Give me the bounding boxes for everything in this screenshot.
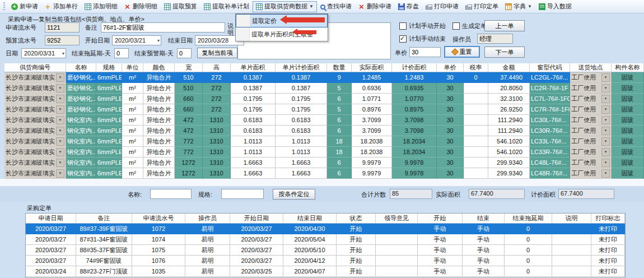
table-cell[interactable]: 钢化室内... [66, 168, 96, 179]
table-cell[interactable] [376, 245, 418, 256]
table-cell[interactable]: 6 [327, 157, 352, 168]
table-cell[interactable]: 6mmPLE... [96, 94, 122, 104]
table-cell[interactable]: 异地合片 [143, 136, 175, 147]
table-cell[interactable]: 1.6663 [231, 168, 276, 179]
table-cell[interactable]: 0.8976 [352, 104, 392, 115]
table-cell[interactable]: 2020/05/04 [283, 234, 337, 245]
table-cell[interactable]: 9.9979 [352, 168, 392, 179]
table-cell[interactable]: LC2GL-76#... [530, 72, 570, 83]
table-cell[interactable]: 开始 [337, 234, 376, 245]
column-header[interactable]: 说明 [552, 214, 591, 224]
table-cell[interactable]: 32.3100 [488, 94, 530, 104]
table-cell[interactable]: m² [122, 83, 143, 94]
table-cell[interactable]: 546.1020 [488, 136, 530, 147]
table-cell[interactable]: 固玻 [612, 115, 644, 126]
table-cell[interactable]: 长沙市潇湘玻璃实...▾ [4, 126, 66, 136]
chevron-down-icon[interactable]: ▾ [56, 105, 64, 114]
table-cell[interactable]: 固玻 [612, 147, 644, 157]
table-cell[interactable]: m² [122, 136, 143, 147]
delay-field[interactable] [114, 48, 129, 58]
manual-start-checkbox[interactable]: 计划手动开始 [399, 22, 446, 30]
table-cell[interactable]: 0.6183 [276, 115, 327, 126]
table-cell[interactable]: 工厂使用▾ [570, 147, 612, 157]
table-cell[interactable]: 1310 [203, 168, 231, 179]
table-cell[interactable]: 2020/03/27 [230, 256, 283, 266]
table-cell[interactable] [464, 168, 488, 179]
table-cell[interactable]: 1.0771 [352, 94, 392, 104]
toolbar-button-extract-supplement-plan[interactable]: 提取补单计划 [200, 1, 253, 12]
table-cell[interactable]: 1.0113 [276, 136, 327, 147]
chevron-down-icon[interactable]: ▾ [56, 159, 64, 167]
table-cell[interactable]: 272 [203, 72, 231, 83]
table-cell[interactable]: 钢化室内... [66, 136, 96, 147]
table-cell[interactable]: 2020/03/25 [230, 266, 283, 277]
table-cell[interactable]: 手动 [463, 224, 505, 234]
table-cell[interactable]: 9.9978 [392, 157, 437, 168]
table-cell[interactable]: 0.1387 [231, 72, 276, 83]
table-cell[interactable] [464, 94, 488, 104]
table-cell[interactable]: 30 [437, 94, 464, 104]
table-cell[interactable]: 0.1795 [231, 104, 276, 115]
date-combo[interactable]: 2020/03/31▾ [21, 48, 66, 58]
table-cell[interactable]: 6mmPLE... [96, 157, 122, 168]
table-cell[interactable]: m² [122, 104, 143, 115]
chevron-down-icon[interactable]: ▾ [601, 159, 610, 167]
table-cell[interactable]: 30 [437, 157, 464, 168]
column-header[interactable]: 状态 [337, 214, 376, 224]
table-cell[interactable]: 长沙市潇湘玻璃实...▾ [4, 94, 66, 104]
table-cell[interactable] [464, 126, 488, 136]
table-cell[interactable]: 异地合片 [143, 126, 175, 136]
chevron-down-icon[interactable]: ▾ [62, 51, 64, 56]
table-cell[interactable]: 18.2038 [352, 136, 392, 147]
table-cell[interactable]: 6 [327, 115, 352, 126]
table-cell[interactable]: 1310 [203, 136, 231, 147]
table-cell[interactable]: 工厂使用▾ [570, 72, 612, 83]
chevron-down-icon[interactable]: ▾ [601, 148, 610, 156]
table-cell[interactable]: 6 [327, 126, 352, 136]
table-cell[interactable]: LC2R-76#-1F [530, 83, 570, 94]
table-cell[interactable]: 易明 [185, 245, 230, 256]
column-header[interactable]: 构件名称 [612, 63, 644, 72]
table-cell[interactable]: 1310 [203, 126, 231, 136]
column-header[interactable]: 实际面积 [352, 63, 392, 72]
table-cell[interactable]: 6mmPLE... [96, 147, 122, 157]
manual-end-checkbox[interactable]: 计划手动结束 [399, 35, 446, 43]
apply-no-field[interactable] [45, 22, 80, 33]
table-cell[interactable]: 87#31-34F窗固玻 [76, 234, 132, 245]
toolbar-button-find-apply[interactable]: 查找申请 [317, 1, 355, 12]
table-cell[interactable]: 长沙市潇湘玻璃实...▾ [4, 157, 66, 168]
table-cell[interactable]: 异地合片 [143, 147, 175, 157]
table-cell[interactable]: 6mmPLE... [96, 168, 122, 179]
column-header[interactable]: 申请日期 [26, 214, 76, 224]
toolbar-button-save[interactable]: 存盘 [395, 1, 422, 12]
table-cell[interactable]: 工厂使用▾ [570, 157, 612, 168]
chevron-down-icon[interactable]: ▾ [56, 95, 64, 103]
spec-filter-input[interactable] [221, 189, 264, 199]
column-header[interactable]: 计价面积 [392, 63, 437, 72]
table-cell[interactable] [464, 157, 488, 168]
table-cell[interactable]: 2020/03/27 [230, 234, 283, 245]
table-cell[interactable] [376, 224, 418, 234]
table-cell[interactable]: 异地合片 [143, 72, 175, 83]
chevron-down-icon[interactable]: ▾ [601, 127, 610, 135]
table-cell[interactable]: 长沙市潇湘玻璃实...▾ [4, 115, 66, 126]
table-cell[interactable]: 37.4490 [488, 72, 530, 83]
table-cell[interactable]: 30 [437, 147, 464, 157]
table-cell[interactable]: 1272 [175, 157, 203, 168]
table-cell[interactable]: 钢化室内... [66, 157, 96, 168]
table-cell[interactable] [552, 234, 591, 245]
table-cell[interactable]: 6mmPLE... [96, 72, 122, 83]
table-cell[interactable]: 2020/03/27 [230, 224, 283, 234]
table-cell[interactable]: 1.0113 [231, 147, 276, 157]
table-cell[interactable]: 开始 [337, 245, 376, 256]
table-cell[interactable]: LC7R-76#-1F0 [530, 104, 570, 115]
column-header[interactable]: 送货地点 [570, 63, 612, 72]
column-header[interactable]: 结束 [463, 214, 505, 224]
table-cell[interactable]: 异地合片 [143, 83, 175, 94]
table-cell[interactable]: 长沙市潇湘玻璃实...▾ [4, 136, 66, 147]
table-cell[interactable]: 2020/03/27 [26, 245, 76, 256]
table-cell[interactable]: 0.1387 [276, 83, 327, 94]
table-cell[interactable]: 工厂使用▾ [570, 83, 612, 94]
table-cell[interactable]: 272 [203, 104, 231, 115]
table-cell[interactable]: 1.2485 [352, 72, 392, 83]
